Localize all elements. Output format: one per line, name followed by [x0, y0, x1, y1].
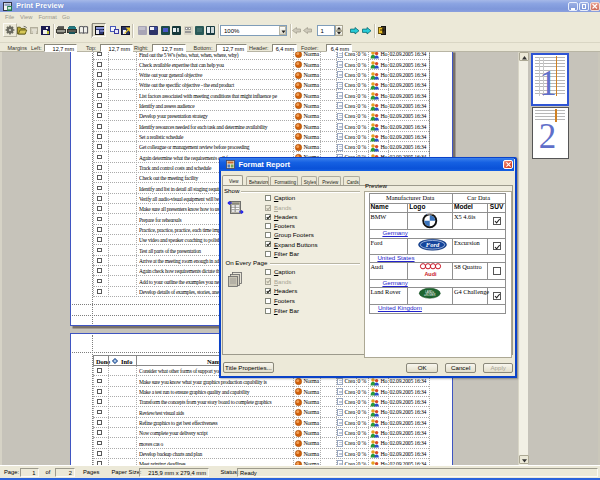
svg-text:BMW: BMW [426, 213, 433, 217]
svg-text:Ford: Ford [426, 242, 440, 249]
svg-text:=ROVER: =ROVER [424, 293, 435, 297]
svg-text:Audi: Audi [424, 270, 437, 276]
svg-text:LAND=: LAND= [425, 290, 434, 294]
